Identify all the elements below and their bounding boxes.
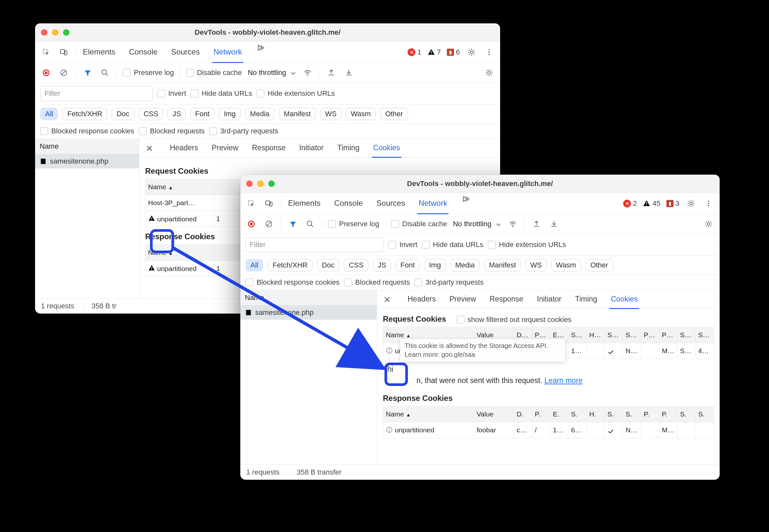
type-chip-font[interactable]: Font (396, 259, 420, 271)
type-chip-doc[interactable]: Doc (317, 259, 339, 271)
more-tabs-icon[interactable] (254, 42, 266, 54)
request-row[interactable]: samesitenone.php (35, 154, 139, 168)
type-chip-ws[interactable]: WS (320, 108, 341, 120)
detail-tab-cookies[interactable]: Cookies (372, 139, 402, 158)
requests-list[interactable]: samesitenone.php (35, 154, 139, 298)
more-tabs-icon[interactable] (460, 193, 471, 205)
show-filtered-checkbox[interactable]: show filtered out request cookies (457, 315, 572, 324)
export-har-icon[interactable] (343, 67, 354, 79)
titlebar[interactable]: DevTools - wobbly-violet-heaven.glitch.m… (240, 175, 720, 193)
detail-tab-response[interactable]: Response (251, 139, 287, 158)
detail-tab-initiator[interactable]: Initiator (536, 290, 563, 309)
filter-input[interactable]: Filter (245, 237, 384, 252)
minimize-window-icon[interactable] (257, 180, 264, 187)
hide-data-urls-checkbox[interactable]: Hide data URLs (422, 241, 483, 249)
settings-icon[interactable] (466, 46, 478, 58)
close-window-icon[interactable] (41, 29, 47, 36)
requests-name-header[interactable]: Name (240, 290, 377, 305)
invert-checkbox[interactable]: Invert (389, 241, 417, 249)
type-chip-wasm[interactable]: Wasm (346, 108, 376, 120)
device-mode-icon[interactable] (58, 46, 69, 58)
type-chip-fetch[interactable]: Fetch/XHR (267, 259, 312, 271)
type-chip-manifest[interactable]: Manifest (484, 259, 521, 271)
network-conditions-icon[interactable] (302, 67, 313, 79)
type-chip-media[interactable]: Media (245, 108, 274, 120)
detail-tab-preview[interactable]: Preview (210, 139, 240, 158)
traffic-lights[interactable] (246, 180, 275, 187)
detail-tab-initiator[interactable]: Initiator (298, 139, 325, 158)
type-chip-js[interactable]: JS (167, 108, 186, 120)
tab-network[interactable]: Network (417, 193, 449, 214)
disable-cache-checkbox[interactable]: Disable cache (186, 68, 242, 77)
clear-button[interactable] (263, 218, 275, 230)
requests-name-header[interactable]: Name (35, 139, 139, 154)
filter-toggle-icon[interactable] (287, 218, 298, 230)
type-chip-font[interactable]: Font (190, 108, 214, 120)
type-chip-wasm[interactable]: Wasm (551, 259, 581, 271)
close-detail-icon[interactable] (143, 142, 155, 155)
detail-tab-headers[interactable]: Headers (168, 139, 199, 158)
detail-tab-timing[interactable]: Timing (336, 139, 361, 158)
third-party-checkbox[interactable]: 3rd-party requests (415, 278, 484, 287)
export-har-icon[interactable] (548, 218, 560, 230)
detail-tab-response[interactable]: Response (489, 290, 525, 309)
type-chip-all[interactable]: All (40, 108, 58, 120)
type-chip-manifest[interactable]: Manifest (279, 108, 316, 120)
search-icon[interactable] (99, 67, 111, 79)
traffic-lights[interactable] (41, 29, 69, 36)
type-chip-doc[interactable]: Doc (112, 108, 134, 120)
close-detail-icon[interactable] (380, 293, 393, 306)
throttling-select[interactable]: No throttling (453, 220, 502, 228)
settings-icon[interactable] (685, 198, 697, 209)
zoom-window-icon[interactable] (63, 29, 69, 36)
titlebar[interactable]: DevTools - wobbly-violet-heaven.glitch.m… (35, 23, 500, 42)
throttling-select[interactable]: No throttling (248, 68, 296, 77)
type-chip-ws[interactable]: WS (526, 259, 547, 271)
table-row[interactable]: unpartitioned foobar c… / 1… 6… N… M… (383, 422, 714, 438)
invert-checkbox[interactable]: Invert (157, 89, 186, 98)
type-chip-other[interactable]: Other (380, 108, 408, 120)
type-chip-js[interactable]: JS (373, 259, 391, 271)
error-warning-counts[interactable]: ✕1 7 ▮6 (408, 48, 460, 56)
blocked-requests-checkbox[interactable]: Blocked requests (344, 278, 410, 287)
type-chip-media[interactable]: Media (451, 259, 480, 271)
detail-tab-headers[interactable]: Headers (406, 290, 437, 309)
third-party-checkbox[interactable]: 3rd-party requests (209, 127, 278, 135)
hide-extension-urls-checkbox[interactable]: Hide extension URLs (256, 89, 335, 98)
filter-input[interactable]: Filter (40, 86, 153, 101)
disable-cache-checkbox[interactable]: Disable cache (391, 220, 447, 228)
detail-tab-preview[interactable]: Preview (448, 290, 478, 309)
tab-console[interactable]: Console (128, 42, 159, 63)
hide-extension-urls-checkbox[interactable]: Hide extension URLs (488, 241, 566, 249)
error-warning-counts[interactable]: ✕2 45 ▮3 (623, 199, 679, 208)
blocked-response-cookies-checkbox[interactable]: Blocked response cookies (40, 127, 134, 135)
type-chip-fetch[interactable]: Fetch/XHR (62, 108, 107, 120)
tab-console[interactable]: Console (333, 193, 364, 214)
tab-sources[interactable]: Sources (170, 42, 201, 63)
import-har-icon[interactable] (531, 218, 542, 230)
response-cookies-table[interactable]: Name▲ ValueD.P.E.S.H.S.S.P.P.S.S. unpart… (383, 406, 714, 438)
preserve-log-checkbox[interactable]: Preserve log (123, 68, 174, 77)
blocked-response-cookies-checkbox[interactable]: Blocked response cookies (245, 278, 340, 287)
zoom-window-icon[interactable] (268, 180, 275, 187)
tab-elements[interactable]: Elements (287, 193, 322, 214)
filter-toggle-icon[interactable] (81, 67, 93, 79)
request-row[interactable]: samesitenone.php (240, 305, 377, 320)
search-icon[interactable] (304, 218, 316, 230)
kebab-menu-icon[interactable] (703, 198, 714, 209)
device-mode-icon[interactable] (263, 198, 275, 209)
network-settings-icon[interactable] (703, 218, 714, 230)
blocked-requests-checkbox[interactable]: Blocked requests (139, 127, 205, 135)
detail-tab-timing[interactable]: Timing (574, 290, 599, 309)
clear-button[interactable] (58, 67, 69, 79)
record-button[interactable] (245, 218, 257, 230)
type-chip-all[interactable]: All (245, 259, 263, 271)
preserve-log-checkbox[interactable]: Preserve log (328, 220, 379, 228)
th-name[interactable]: Name▲ (145, 179, 214, 195)
type-chip-css[interactable]: CSS (344, 259, 368, 271)
inspect-icon[interactable] (245, 198, 257, 209)
network-conditions-icon[interactable] (507, 218, 519, 230)
minimize-window-icon[interactable] (52, 29, 58, 36)
hide-data-urls-checkbox[interactable]: Hide data URLs (191, 89, 252, 98)
type-chip-img[interactable]: Img (424, 259, 446, 271)
